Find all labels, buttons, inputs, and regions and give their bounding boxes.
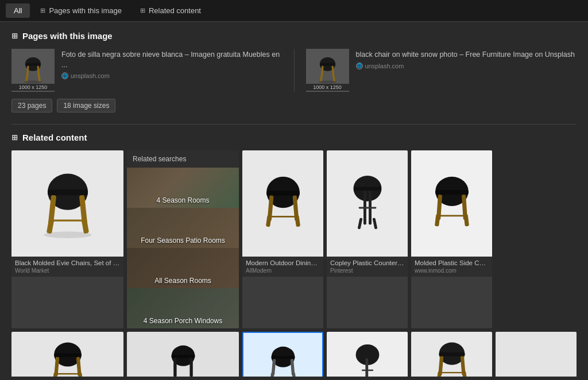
svg-rect-52 (173, 358, 176, 377)
related-section: ⊞ Related content (11, 133, 577, 377)
related-searches-header: Related searches (127, 150, 239, 168)
result-title-1: Foto de silla negra sobre nieve blanca –… (61, 50, 283, 70)
related-top-grid: Black Molded Evie Chairs, Set of 2 | ...… (11, 150, 577, 328)
grid-item-4[interactable]: Molded Plastic Side Chair with Wood... w… (411, 150, 492, 328)
pages-icon: ⊞ (40, 7, 45, 14)
svg-rect-53 (189, 358, 192, 377)
result-thumb-2: 1000 x 1250 (306, 49, 349, 92)
svg-rect-70 (462, 371, 466, 377)
rs-item-3[interactable]: All Season Rooms (127, 248, 239, 288)
source-text-1: unsplash.com (71, 72, 110, 79)
pages-section-icon: ⊞ (11, 32, 18, 40)
bottom-grid-item-1[interactable] (11, 332, 123, 377)
grid-item-4-source: www.inmod.com (415, 267, 489, 274)
bottom-grid-item-4[interactable] (327, 332, 408, 377)
svg-rect-8 (320, 63, 335, 65)
result-source-2: 🌐 unsplash.com (356, 63, 575, 69)
bottom-img-4 (327, 332, 408, 377)
pages-section-title: Pages with this image (22, 31, 113, 41)
bottom-stool-svg (350, 332, 385, 377)
rs-item-4[interactable]: 4 Season Porch Windows (127, 288, 239, 328)
related-section-header: ⊞ Related content (11, 133, 577, 142)
bottom-img-6 (496, 332, 577, 377)
related-bottom-grid (11, 332, 577, 377)
bottom-chair-svg-1 (48, 335, 88, 377)
main-chair-info: Black Molded Evie Chairs, Set of 2 | ...… (11, 257, 123, 277)
svg-rect-44 (54, 354, 82, 357)
related-section-icon: ⊞ (11, 133, 18, 142)
rs-item-2[interactable]: Four Seasons Patio Rooms (127, 208, 239, 248)
svg-rect-30 (354, 187, 381, 190)
bottom-grid-item-5[interactable] (411, 332, 492, 377)
svg-point-21 (44, 231, 91, 238)
grid-item-4-info: Molded Plastic Side Chair with Wood... w… (411, 257, 492, 277)
tab-pages-with-image[interactable]: ⊞ Pages with this image (32, 3, 129, 18)
bottom-img-5 (411, 332, 492, 377)
grid-img-3 (327, 150, 408, 257)
image-result-1[interactable]: 1000 x 1250 Foto de silla negra sobre ni… (11, 49, 283, 92)
svg-rect-58 (270, 373, 274, 377)
bottom-chair-svg-2 (166, 335, 200, 377)
thumb-dimensions-1: 1000 x 1250 (11, 84, 55, 91)
grid-item-2-title: Modern Outdoor Dining Chairs | AllM... (246, 259, 320, 266)
tab-related-label: Related content (149, 6, 201, 15)
badges-row: 23 pages 18 image sizes (11, 99, 577, 113)
tab-all[interactable]: All (6, 3, 30, 18)
related-section-title: Related content (22, 133, 87, 142)
bottom-img-1 (11, 332, 123, 377)
grid-item-4-title: Molded Plastic Side Chair with Wood... (415, 259, 489, 266)
bottom-chair-svg-3 (266, 336, 300, 377)
grid-item-3-title: Copley Plastic Counter Stool - Projec... (330, 259, 404, 266)
bottom-grid-item-2[interactable] (127, 332, 239, 377)
tab-pages-label: Pages with this image (49, 6, 121, 15)
svg-rect-34 (372, 218, 377, 229)
bottom-chair-svg-5 (432, 335, 472, 377)
svg-rect-23 (266, 191, 300, 195)
main-chair-source: World Market (15, 267, 120, 274)
grid-img-4 (411, 150, 492, 257)
bottom-img-3 (243, 333, 322, 377)
thumb-dimensions-2: 1000 x 1250 (306, 84, 349, 91)
main-chair-title: Black Molded Evie Chairs, Set of 2 | ... (15, 259, 120, 266)
main-chair-svg (39, 161, 96, 247)
svg-rect-59 (292, 372, 296, 377)
svg-rect-37 (435, 190, 469, 195)
bottom-grid-item-6[interactable] (496, 332, 577, 377)
grid-item-main-chair[interactable]: Black Molded Evie Chairs, Set of 2 | ...… (11, 150, 123, 328)
badge-pages[interactable]: 23 pages (11, 99, 52, 113)
tab-all-label: All (14, 6, 22, 15)
section-divider (11, 124, 577, 125)
result-info-1: Foto de silla negra sobre nieve blanca –… (61, 49, 283, 79)
chair-svg-2 (260, 166, 306, 241)
grid-img-2 (242, 150, 323, 257)
grid-item-3-source: Pinterest (330, 267, 404, 274)
rs-label-2: Four Seasons Patio Rooms (127, 233, 239, 248)
rs-item-1[interactable]: 4 Season Rooms (127, 168, 239, 208)
rs-label-4: 4 Season Porch Windows (127, 313, 239, 328)
grid-item-2-source: AllModern (246, 267, 320, 274)
result-info-2: black chair on white snow photo – Free F… (356, 49, 575, 69)
grid-item-3[interactable]: Copley Plastic Counter Stool - Projec...… (327, 150, 408, 328)
bottom-grid-item-3[interactable] (242, 332, 323, 377)
result-title-2: black chair on white snow photo – Free F… (356, 50, 575, 60)
globe-icon-1: 🌐 (61, 72, 68, 79)
tab-bar: All ⊞ Pages with this image ⊞ Related co… (0, 0, 588, 22)
related-searches-panel: Related searches 4 Season Rooms Four Sea… (127, 150, 239, 328)
chair-thumbnail-svg-1 (20, 53, 46, 88)
related-icon: ⊞ (140, 7, 145, 14)
chair-thumbnail-svg-2 (315, 53, 341, 88)
svg-rect-1 (26, 63, 41, 65)
svg-rect-66 (439, 352, 465, 356)
divider-vertical (294, 49, 295, 92)
stool-svg (347, 164, 388, 244)
result-source-1: 🌐 unsplash.com (61, 72, 283, 79)
image-result-2[interactable]: 1000 x 1250 black chair on white snow ph… (306, 49, 577, 92)
grid-item-2[interactable]: Modern Outdoor Dining Chairs | AllM... A… (242, 150, 323, 328)
tab-related-content[interactable]: ⊞ Related content (132, 3, 209, 18)
source-text-2: unsplash.com (365, 63, 404, 69)
rs-label-3: All Season Rooms (127, 273, 239, 288)
badge-image-sizes[interactable]: 18 image sizes (57, 99, 115, 113)
svg-point-13 (319, 80, 336, 83)
grid-item-3-info: Copley Plastic Counter Stool - Projec...… (327, 257, 408, 277)
grid-item-2-info: Modern Outdoor Dining Chairs | AllM... A… (242, 257, 323, 277)
